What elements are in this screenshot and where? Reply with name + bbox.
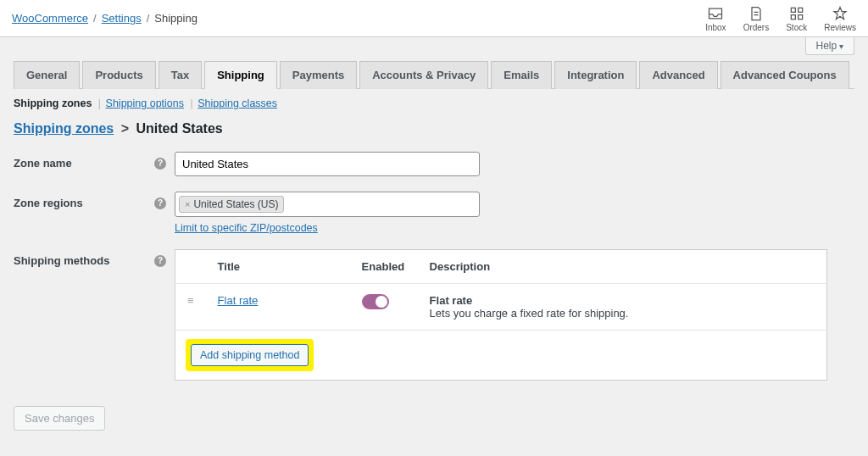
reviews-button[interactable]: Reviews: [824, 5, 856, 32]
subnav-options[interactable]: Shipping options: [106, 97, 184, 109]
document-icon: [748, 5, 765, 22]
col-enabled: Enabled: [350, 250, 418, 284]
zone-name-input[interactable]: [175, 152, 480, 176]
svg-rect-2: [791, 14, 795, 19]
tab-advanced-coupons[interactable]: Advanced Coupons: [721, 61, 849, 89]
drag-handle-icon[interactable]: ≡: [175, 284, 206, 331]
breadcrumb-sep: /: [93, 12, 97, 25]
inbox-icon: [707, 5, 724, 22]
shipping-subnav: Shipping zones | Shipping options | Ship…: [14, 97, 854, 109]
col-description: Description: [418, 250, 827, 284]
remove-tag-icon[interactable]: ×: [185, 199, 190, 209]
stock-button[interactable]: Stock: [786, 5, 807, 32]
tab-emails[interactable]: Emails: [491, 61, 552, 89]
zone-trail-current: United States: [136, 121, 222, 136]
table-row: ≡ Flat rate Flat rate Lets you charge a …: [175, 284, 827, 331]
method-desc-title: Flat rate: [430, 294, 815, 307]
zone-name-label: Zone name: [14, 157, 72, 170]
star-icon: [832, 5, 849, 22]
zone-trail: Shipping zones > United States: [14, 121, 854, 136]
limit-postcodes-link[interactable]: Limit to specific ZIP/postcodes: [175, 222, 318, 234]
svg-rect-0: [791, 8, 795, 12]
shipping-methods-table: Title Enabled Description ≡ Flat rate Fl…: [175, 249, 827, 381]
help-icon[interactable]: ?: [154, 255, 166, 267]
enabled-toggle[interactable]: [362, 294, 389, 309]
zone-regions-label: Zone regions: [14, 197, 83, 209]
zone-trail-root[interactable]: Shipping zones: [14, 121, 114, 136]
breadcrumb-current: Shipping: [154, 12, 198, 25]
tab-integration[interactable]: Integration: [554, 61, 637, 89]
shipping-methods-label: Shipping methods: [14, 254, 109, 267]
breadcrumb-sep: /: [147, 12, 150, 25]
breadcrumb-root[interactable]: WooCommerce: [12, 12, 88, 25]
col-title: Title: [206, 250, 350, 284]
svg-rect-3: [798, 14, 802, 19]
subnav-classes[interactable]: Shipping classes: [198, 97, 277, 109]
help-icon[interactable]: ?: [154, 158, 166, 170]
breadcrumb-settings[interactable]: Settings: [102, 12, 142, 25]
zone-regions-input[interactable]: × United States (US): [175, 192, 480, 217]
tab-products[interactable]: Products: [82, 61, 155, 89]
region-tag: × United States (US): [179, 196, 284, 213]
highlight-box: Add shipping method: [186, 339, 314, 371]
save-changes-button[interactable]: Save changes: [14, 406, 105, 431]
inbox-button[interactable]: Inbox: [705, 5, 726, 32]
subnav-zones[interactable]: Shipping zones: [14, 97, 92, 109]
breadcrumb: WooCommerce / Settings / Shipping: [12, 12, 198, 25]
tab-payments[interactable]: Payments: [280, 61, 357, 89]
orders-button[interactable]: Orders: [743, 5, 770, 32]
grid-icon: [788, 5, 805, 22]
help-tab[interactable]: Help: [805, 37, 854, 55]
tab-accounts-privacy[interactable]: Accounts & Privacy: [359, 61, 488, 89]
add-shipping-method-button[interactable]: Add shipping method: [191, 344, 309, 366]
method-title-link[interactable]: Flat rate: [218, 294, 259, 307]
svg-rect-1: [798, 8, 802, 12]
settings-tabs: General Products Tax Shipping Payments A…: [14, 61, 854, 89]
method-desc-body: Lets you charge a fixed rate for shippin…: [430, 307, 815, 320]
tab-shipping[interactable]: Shipping: [204, 61, 277, 89]
help-icon[interactable]: ?: [154, 197, 166, 209]
tab-tax[interactable]: Tax: [159, 61, 202, 89]
tab-general[interactable]: General: [14, 61, 80, 89]
tab-advanced[interactable]: Advanced: [639, 61, 717, 89]
